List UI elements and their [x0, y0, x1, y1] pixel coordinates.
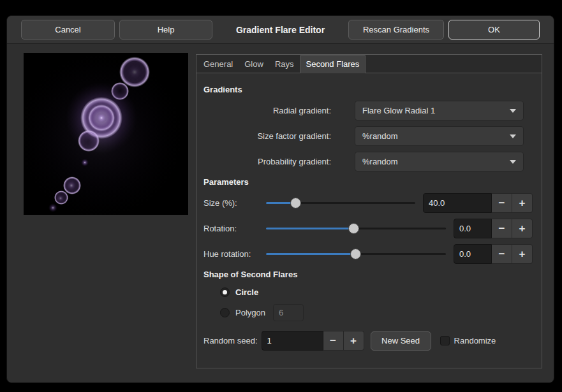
size-value-input[interactable]	[423, 193, 492, 213]
radial-gradient-row: Radial gradient: Flare Glow Radial 1	[203, 101, 533, 120]
slider-handle[interactable]	[348, 223, 359, 234]
hue-rotation-decrement-button[interactable]: −	[492, 244, 512, 264]
help-button[interactable]: Help	[119, 20, 212, 40]
rotation-increment-button[interactable]: +	[512, 219, 533, 238]
dialog-content: General Glow Rays Second Flares Gradient…	[7, 44, 554, 383]
probability-gradient-value: %random	[362, 157, 398, 166]
tab-general[interactable]: General	[198, 55, 239, 73]
seed-decrement-button[interactable]: −	[323, 331, 344, 351]
hue-rotation-row: Hue rotation: − +	[203, 244, 533, 264]
slider-fill	[266, 228, 354, 229]
randomize-checkbox[interactable]	[440, 336, 450, 345]
randomize-label[interactable]: Randomize	[454, 336, 496, 345]
size-row: Size (%): − +	[203, 193, 533, 213]
gradient-flare-editor-window: Cancel Help Gradient Flare Editor Rescan…	[6, 15, 554, 383]
random-seed-input[interactable]	[262, 331, 323, 351]
circle-option-row: Circle	[220, 286, 533, 299]
size-label: Size (%):	[203, 198, 258, 208]
random-seed-row: Random seed: − + New Seed Randomize	[203, 331, 533, 351]
ok-button[interactable]: OK	[448, 20, 540, 40]
titlebar: Cancel Help Gradient Flare Editor Rescan…	[7, 16, 554, 44]
chevron-down-icon	[510, 160, 516, 164]
shape-section-header: Shape of Second Flares	[203, 270, 533, 279]
second-flares-page: Gradients Radial gradient: Flare Glow Ra…	[196, 73, 542, 351]
chevron-down-icon	[510, 134, 516, 138]
probability-gradient-select[interactable]: %random	[355, 152, 524, 171]
slider-track	[266, 202, 415, 204]
probability-gradient-label: Probability gradient:	[203, 157, 331, 166]
random-seed-label: Random seed:	[203, 336, 258, 345]
polygon-radio[interactable]	[220, 308, 230, 317]
rotation-slider[interactable]	[266, 222, 446, 235]
tab-glow[interactable]: Glow	[239, 55, 269, 73]
size-factor-gradient-row: Size factor gradient: %random	[203, 126, 533, 146]
size-slider[interactable]	[266, 197, 415, 209]
size-increment-button[interactable]: +	[512, 193, 533, 213]
circle-radio[interactable]	[220, 287, 230, 297]
circle-radio-label[interactable]: Circle	[235, 287, 258, 297]
polygon-radio-label[interactable]: Polygon	[235, 308, 265, 317]
new-seed-button[interactable]: New Seed	[371, 331, 431, 351]
size-factor-gradient-label: Size factor gradient:	[203, 131, 331, 141]
chevron-down-icon	[510, 109, 516, 113]
window-title: Gradient Flare Editor	[217, 25, 344, 35]
flare-preview	[24, 53, 188, 215]
hue-rotation-increment-button[interactable]: +	[512, 244, 533, 264]
rotation-row: Rotation: − +	[203, 219, 533, 238]
polygon-sides-input[interactable]	[273, 304, 304, 321]
size-factor-gradient-value: %random	[362, 131, 398, 141]
polygon-option-row: Polygon	[220, 306, 533, 319]
probability-gradient-row: Probability gradient: %random	[203, 152, 533, 171]
size-factor-gradient-select[interactable]: %random	[355, 126, 524, 146]
slider-fill	[266, 253, 356, 255]
hue-rotation-label: Hue rotation:	[203, 249, 258, 259]
settings-panel: General Glow Rays Second Flares Gradient…	[196, 54, 542, 368]
rotation-label: Rotation:	[203, 224, 258, 233]
slider-handle[interactable]	[350, 249, 361, 259]
radial-gradient-select[interactable]: Flare Glow Radial 1	[355, 101, 524, 120]
hue-rotation-slider[interactable]	[266, 248, 446, 260]
tab-rays[interactable]: Rays	[269, 55, 300, 73]
rotation-decrement-button[interactable]: −	[492, 219, 512, 238]
seed-increment-button[interactable]: +	[344, 331, 364, 351]
parameters-section-header: Parameters	[203, 177, 533, 187]
slider-handle[interactable]	[290, 198, 301, 208]
flare-preview-image	[24, 53, 188, 215]
gradients-section-header: Gradients	[203, 85, 533, 94]
rotation-value-input[interactable]	[454, 219, 492, 238]
tab-bar: General Glow Rays Second Flares	[196, 55, 542, 73]
radial-gradient-label: Radial gradient:	[203, 106, 331, 115]
hue-rotation-value-input[interactable]	[454, 244, 492, 264]
tab-second-flares[interactable]: Second Flares	[300, 55, 366, 73]
rescan-gradients-button[interactable]: Rescan Gradients	[348, 20, 444, 40]
cancel-button[interactable]: Cancel	[21, 20, 115, 40]
size-decrement-button[interactable]: −	[492, 193, 512, 213]
radial-gradient-value: Flare Glow Radial 1	[362, 106, 435, 115]
